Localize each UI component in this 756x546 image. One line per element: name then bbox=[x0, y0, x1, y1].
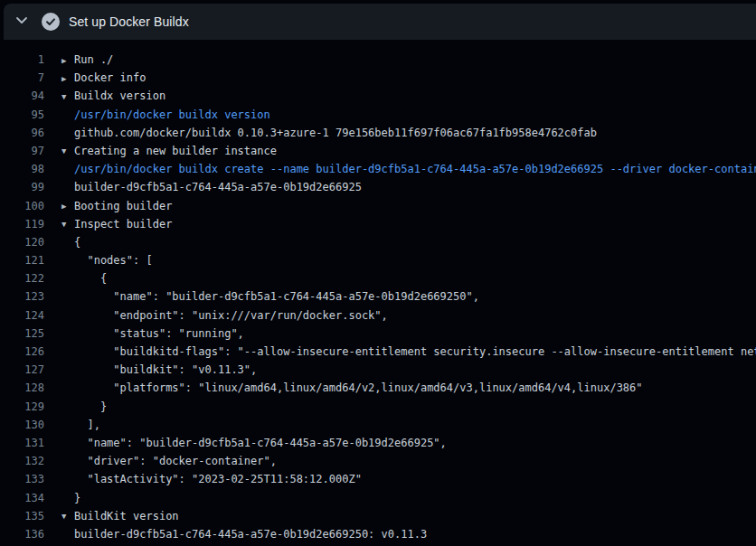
log-text: "buildkit": "v0.11.3", bbox=[74, 363, 257, 376]
log-text: "name": "builder-d9cfb5a1-c764-445a-a57e… bbox=[74, 290, 479, 303]
line-number-link[interactable]: 125 bbox=[0, 325, 44, 343]
log-line-content: ▶Booting builder bbox=[61, 197, 172, 215]
log-line: 96github.com/docker/buildx 0.10.3+azure-… bbox=[0, 124, 756, 142]
line-number-link[interactable]: 98 bbox=[0, 160, 44, 178]
log-line-content: "buildkitd-flags": "--allow-insecure-ent… bbox=[61, 343, 756, 361]
log-line-content: builder-d9cfb5a1-c764-445a-a57e-0b19d2e6… bbox=[61, 525, 427, 543]
log-text: github.com/docker/buildx 0.10.3+azure-1 … bbox=[74, 127, 597, 139]
log-line-content: } bbox=[61, 398, 107, 416]
log-line: 126 "buildkitd-flags": "--allow-insecure… bbox=[0, 343, 756, 361]
line-number-link[interactable]: 130 bbox=[0, 416, 44, 434]
line-number-link[interactable]: 136 bbox=[0, 525, 44, 543]
log-text: "nodes": [ bbox=[74, 254, 153, 267]
log-line: 123 "name": "builder-d9cfb5a1-c764-445a-… bbox=[0, 287, 756, 306]
line-number-link[interactable]: 121 bbox=[0, 251, 44, 269]
log-text: "status": "running", bbox=[74, 327, 244, 340]
group-expanded-triangle-icon[interactable]: ▼ bbox=[61, 507, 74, 525]
line-number-link[interactable]: 99 bbox=[0, 178, 44, 196]
log-line: 127 "buildkit": "v0.11.3", bbox=[0, 361, 756, 379]
log-text: builder-d9cfb5a1-c764-445a-a57e-0b19d2e6… bbox=[74, 528, 427, 541]
line-number-link[interactable]: 122 bbox=[0, 269, 44, 287]
log-line: 98/usr/bin/docker buildx create --name b… bbox=[0, 160, 756, 178]
line-number-link[interactable]: 96 bbox=[0, 124, 44, 142]
log-line-content: { bbox=[61, 269, 107, 287]
group-collapsed-triangle-icon[interactable]: ▶ bbox=[61, 197, 74, 215]
line-number-link[interactable]: 124 bbox=[0, 306, 44, 325]
log-line-content: ▶Docker info bbox=[61, 69, 146, 87]
line-number-link[interactable]: 94 bbox=[0, 87, 44, 105]
log-line-content: ▼BuildKit version bbox=[61, 507, 179, 525]
log-line: 121 "nodes": [ bbox=[0, 251, 756, 269]
line-number-link[interactable]: 127 bbox=[0, 361, 44, 379]
log-line: 133 "lastActivity": "2023-02-25T11:58:12… bbox=[0, 470, 756, 488]
line-number-link[interactable]: 132 bbox=[0, 452, 44, 470]
log-text: /usr/bin/docker buildx version bbox=[74, 108, 270, 121]
line-number-link[interactable]: 100 bbox=[0, 197, 44, 215]
log-line-content: ▼Creating a new builder instance bbox=[61, 142, 277, 160]
log-group-row[interactable]: 135▼BuildKit version bbox=[0, 507, 756, 525]
log-text: Buildx version bbox=[74, 89, 165, 102]
group-expanded-triangle-icon[interactable]: ▼ bbox=[61, 88, 74, 106]
log-text: "endpoint": "unix:///var/run/docker.sock… bbox=[74, 309, 388, 322]
log-text: BuildKit version bbox=[74, 510, 179, 522]
log-line-content: "status": "running", bbox=[61, 325, 244, 343]
log-group-row[interactable]: 7▶Docker info bbox=[0, 69, 756, 87]
group-expanded-triangle-icon[interactable]: ▼ bbox=[61, 215, 74, 233]
log-group-row[interactable]: 100▶Booting builder bbox=[0, 197, 756, 215]
log-group-row[interactable]: 1▶Run ./ bbox=[0, 51, 756, 69]
line-number-link[interactable]: 97 bbox=[0, 142, 44, 160]
line-number-link[interactable]: 95 bbox=[0, 106, 44, 124]
log-text: Inspect builder bbox=[74, 218, 172, 231]
log-line-content: /usr/bin/docker buildx create --name bui… bbox=[61, 160, 756, 178]
log-line-content: } bbox=[61, 489, 80, 507]
line-number-link[interactable]: 131 bbox=[0, 434, 44, 452]
log-line: 130 ], bbox=[0, 416, 756, 434]
group-collapsed-triangle-icon[interactable]: ▶ bbox=[61, 52, 74, 70]
group-collapsed-triangle-icon[interactable]: ▶ bbox=[61, 70, 74, 88]
line-number-link[interactable]: 129 bbox=[0, 398, 44, 416]
line-number-link[interactable]: 7 bbox=[0, 69, 44, 87]
log-text: ], bbox=[74, 419, 100, 431]
line-number-link[interactable]: 119 bbox=[0, 215, 44, 233]
step-title: Set up Docker Buildx bbox=[69, 14, 189, 29]
log-text: "platforms": "linux/amd64,linux/amd64/v2… bbox=[74, 381, 643, 394]
line-number-link[interactable]: 128 bbox=[0, 379, 44, 397]
line-number-link[interactable]: 134 bbox=[0, 489, 44, 507]
log-text: } bbox=[74, 492, 80, 504]
log-line: 132 "driver": "docker-container", bbox=[0, 452, 756, 470]
line-number-link[interactable]: 133 bbox=[0, 470, 44, 488]
log-text: "buildkitd-flags": "--allow-insecure-ent… bbox=[74, 345, 756, 358]
line-number-link[interactable]: 1 bbox=[0, 51, 44, 69]
log-line-content: { bbox=[61, 233, 80, 251]
log-text: "driver": "docker-container", bbox=[74, 455, 277, 467]
log-text: } bbox=[74, 400, 107, 413]
log-line-content: "nodes": [ bbox=[61, 251, 153, 269]
log-line: 124 "endpoint": "unix:///var/run/docker.… bbox=[0, 306, 756, 325]
log-text: "lastActivity": "2023-02-25T11:58:12.000… bbox=[74, 473, 362, 485]
log-group-row[interactable]: 119▼Inspect builder bbox=[0, 215, 756, 233]
log-line: 128 "platforms": "linux/amd64,linux/amd6… bbox=[0, 379, 756, 397]
log-line: 120{ bbox=[0, 233, 756, 251]
line-number-link[interactable]: 120 bbox=[0, 233, 44, 251]
collapse-step-button[interactable] bbox=[14, 14, 29, 29]
line-number-link[interactable]: 135 bbox=[0, 507, 44, 525]
log-line-content: "name": "builder-d9cfb5a1-c764-445a-a57e… bbox=[61, 287, 479, 306]
log-group-row[interactable]: 94▼Buildx version bbox=[0, 87, 756, 105]
group-expanded-triangle-icon[interactable]: ▼ bbox=[61, 142, 74, 160]
line-number-link[interactable]: 123 bbox=[0, 287, 44, 306]
line-number-link[interactable]: 126 bbox=[0, 343, 44, 361]
log-line-content: ], bbox=[61, 416, 100, 434]
log-text: Creating a new builder instance bbox=[74, 145, 277, 157]
log-line: 131 "name": "builder-d9cfb5a1-c764-445a-… bbox=[0, 434, 756, 452]
step-header[interactable]: Set up Docker Buildx bbox=[4, 4, 756, 40]
log-line-content: "lastActivity": "2023-02-25T11:58:12.000… bbox=[61, 470, 362, 488]
log-group-row[interactable]: 97▼Creating a new builder instance bbox=[0, 142, 756, 160]
log-line-content: "driver": "docker-container", bbox=[61, 452, 277, 470]
log-text: Docker info bbox=[74, 71, 146, 84]
log-text: { bbox=[74, 236, 80, 249]
log-line-content: ▼Buildx version bbox=[61, 87, 165, 105]
log-line: 122 { bbox=[0, 269, 756, 287]
log-line-content: ▶Run ./ bbox=[61, 51, 113, 69]
log-line-content: ▼Inspect builder bbox=[61, 215, 172, 233]
log-line-content: "endpoint": "unix:///var/run/docker.sock… bbox=[61, 306, 388, 325]
